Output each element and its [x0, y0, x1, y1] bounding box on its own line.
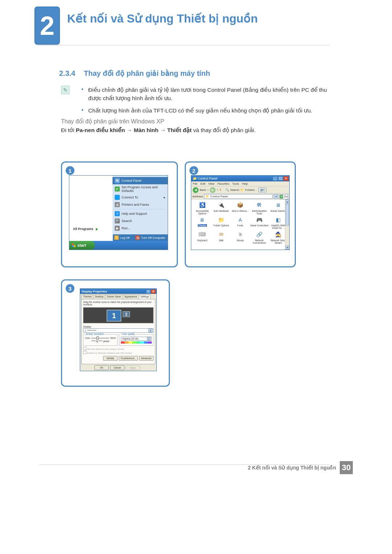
cp-icon-label: Display [198, 224, 207, 227]
go-button[interactable]: ➜ Go [279, 194, 288, 199]
start-button[interactable]: start [69, 241, 95, 250]
tab[interactable]: Screen Saver [105, 295, 123, 299]
all-programs[interactable]: All Programs [73, 227, 98, 231]
group-label: Color quality [121, 333, 135, 335]
tab[interactable]: Themes [81, 295, 93, 299]
minimize-button[interactable]: _ [273, 176, 278, 181]
chevron-down-icon[interactable]: ▾ [147, 337, 151, 340]
color-quality-combo[interactable]: Highest (32 bit) ▾ [121, 337, 152, 341]
resolution-slider[interactable]: Less More [85, 337, 116, 339]
cp-icon-label: Administrative Tools [250, 210, 269, 215]
control-panel-icon[interactable]: ⌨Keyboard [193, 231, 212, 244]
arrow-icon: → [127, 127, 134, 133]
button[interactable]: Troubleshoot... [119, 356, 138, 361]
monitor-2[interactable]: 2 [123, 311, 130, 317]
control-panel-window: 📁 Control Panel _ ☐ ✕ FileEditViewFavori… [191, 175, 290, 250]
monitor-arrangement[interactable]: 1 2 [83, 307, 154, 323]
start-menu-item[interactable]: 🔍Search [113, 217, 168, 225]
header-divider [39, 45, 330, 45]
menu-item[interactable]: Tools [232, 182, 239, 185]
menu-item[interactable]: Edit [200, 182, 205, 185]
address-input[interactable]: 📁 Control Panel [204, 194, 273, 199]
checkbox-primary-monitor[interactable]: Use this device as the primary monitor. [83, 347, 154, 351]
folders-icon[interactable]: 📁 [240, 188, 244, 192]
menu-item[interactable]: View [208, 182, 215, 185]
close-button[interactable]: ✕ [283, 176, 289, 181]
control-panel-icon[interactable]: 🎮Game Controllers [250, 216, 269, 229]
control-panel-icon[interactable]: ✉Mail [212, 231, 230, 244]
start-menu-item[interactable]: ?Help and Support [113, 210, 168, 217]
cp-icon-glyph: 🧙 [275, 231, 282, 238]
scrollbar[interactable]: ▴ ▾ [285, 200, 289, 250]
scroll-thumb[interactable] [286, 204, 289, 226]
control-panel-icon[interactable]: 🔗Network Connections [250, 231, 269, 244]
up-icon[interactable]: ⬆ [219, 188, 222, 192]
button[interactable]: Cancel [110, 365, 124, 370]
menu-item-icon: 🔍 [115, 218, 120, 223]
forward-icon[interactable]: ▶ [210, 187, 216, 193]
start-menu-item[interactable]: 🖨Printers and Faxes [113, 201, 168, 208]
icon-area: ♿Accessibility Options🔌Add Hardware📦Add … [191, 200, 289, 246]
button[interactable]: Identify [103, 356, 118, 361]
start-menu-item[interactable]: 🌐Connect To▸ [113, 194, 168, 201]
power-icon: ⏻ [135, 235, 140, 240]
checkbox-extend-desktop[interactable]: Extend my Windows desktop onto this moni… [83, 351, 154, 355]
maximize-button[interactable]: ☐ [278, 176, 283, 181]
display-combo[interactable]: 1. ********** ▾ [83, 328, 154, 333]
control-panel-icon[interactable]: 🖥Display [193, 216, 212, 229]
control-panel-icon[interactable]: 🖱Mouse [231, 231, 250, 244]
note-bullets: Điều chỉnh độ phân giải và tỷ lệ làm tươ… [82, 86, 328, 118]
screen-resolution-group: Screen resolution Less More **** by ****… [83, 334, 118, 346]
menu-item-label: Set Program Access and Defaults [122, 185, 166, 193]
tab[interactable]: Desktop [93, 295, 105, 299]
menu-item-label: Search [122, 219, 166, 223]
page-footer: 2 Kết nối và Sử dụng Thiết bị nguồn 30 [248, 461, 353, 474]
scroll-down-icon[interactable]: ▾ [286, 246, 289, 250]
chevron-down-icon[interactable]: ▾ [148, 329, 152, 332]
cp-icon-glyph: 🔌 [218, 202, 225, 209]
color-quality-group: Color quality Highest (32 bit) ▾ [119, 334, 154, 346]
control-panel-icon[interactable]: 📦Add or Remov... [231, 202, 250, 215]
menu-item[interactable]: File [193, 182, 197, 185]
control-panel-icon[interactable]: 📁Folder Options [212, 216, 230, 229]
help-button[interactable]: ? [146, 290, 151, 294]
slider-thumb[interactable] [97, 336, 99, 340]
control-panel-icon[interactable]: ♿Accessibility Options [193, 202, 212, 215]
cp-icon-glyph: 🖥 [199, 216, 206, 223]
start-menu-item[interactable]: ✔Set Program Access and Defaults [113, 184, 168, 194]
close-button[interactable]: ✕ [151, 290, 156, 294]
button[interactable]: OK [94, 365, 109, 370]
tab[interactable]: Appearance [123, 295, 139, 299]
start-menu-item[interactable]: ▶Run... [113, 225, 168, 232]
control-panel-icon[interactable]: 🛠Administrative Tools [250, 202, 269, 215]
menu-item[interactable]: Help [242, 182, 248, 185]
button[interactable]: Advanced [139, 356, 154, 361]
address-label: Address [192, 195, 203, 198]
cp-icon-glyph: 🎮 [256, 216, 263, 223]
logoff-label[interactable]: Log Off [120, 236, 130, 239]
scroll-up-icon[interactable]: ▴ [286, 200, 289, 204]
search-icon[interactable]: 🔍 [225, 188, 229, 192]
logoff-icon: ⭘ [114, 235, 119, 240]
group-label: Screen resolution [85, 333, 105, 335]
chevron-down-icon[interactable]: ▾ [274, 194, 278, 199]
menu-item[interactable]: Favorites [217, 182, 229, 185]
control-panel-icon[interactable]: AFonts [231, 216, 250, 229]
cp-icon-glyph: 🛠 [256, 202, 263, 209]
turnoff-label[interactable]: Turn Off Computer [141, 236, 165, 239]
control-panel-icon[interactable]: 🔌Add Hardware [212, 202, 230, 215]
view-icon[interactable]: ▦▾ [258, 188, 266, 192]
cp-icon-label: Fonts [237, 224, 243, 227]
cp-icon-label: Network Connections [250, 239, 269, 244]
window-titlebar: Display Properties ? ✕ [80, 289, 156, 294]
tab[interactable]: Settings [139, 295, 151, 299]
start-menu-item[interactable]: 🛠Control Panel [113, 177, 168, 184]
color-bars [121, 341, 152, 344]
back-label: Back [200, 188, 206, 192]
back-icon[interactable]: ◀ [193, 187, 199, 193]
section-title: Thay đổi độ phân giải bằng máy tính [84, 69, 210, 77]
window-title: Display Properties [82, 290, 107, 293]
monitor-1[interactable]: 1 [107, 310, 121, 321]
cp-icon-glyph: 🔗 [256, 231, 263, 238]
button[interactable]: Apply [126, 365, 140, 370]
